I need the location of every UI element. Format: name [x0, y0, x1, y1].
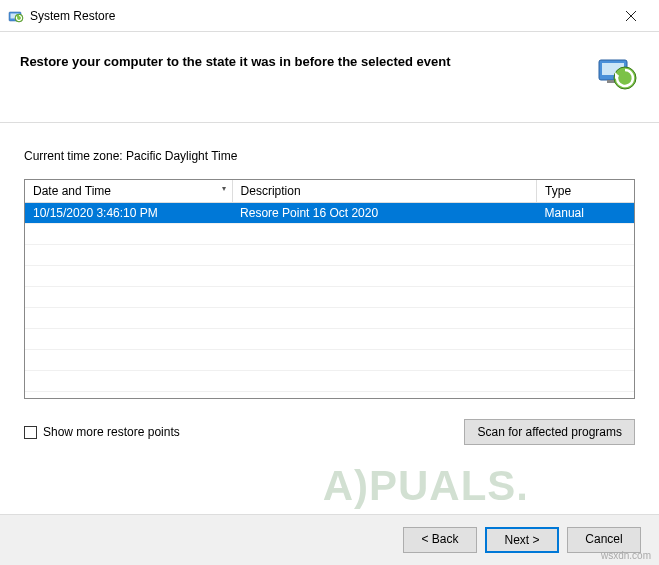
column-header-type[interactable]: Type — [537, 180, 634, 203]
cell-description: Resore Point 16 Oct 2020 — [232, 203, 537, 224]
header: Restore your computer to the state it wa… — [0, 32, 659, 122]
close-button[interactable] — [611, 2, 651, 30]
timezone-label: Current time zone: Pacific Daylight Time — [24, 149, 635, 163]
table-row-empty — [25, 266, 634, 287]
table-row-empty — [25, 224, 634, 245]
column-header-description[interactable]: Description — [232, 180, 537, 203]
sort-desc-icon: ▾ — [222, 184, 226, 193]
table-row-empty — [25, 245, 634, 266]
table-row[interactable]: 10/15/2020 3:46:10 PM Resore Point 16 Oc… — [25, 203, 634, 224]
column-label: Type — [545, 184, 571, 198]
column-label: Date and Time — [33, 184, 111, 198]
column-header-datetime[interactable]: Date and Time ▾ — [25, 180, 232, 203]
column-label: Description — [241, 184, 301, 198]
below-table-row: Show more restore points Scan for affect… — [24, 419, 635, 445]
next-button[interactable]: Next > — [485, 527, 559, 553]
show-more-checkbox[interactable]: Show more restore points — [24, 425, 180, 439]
checkbox-label: Show more restore points — [43, 425, 180, 439]
source-label: wsxdn.com — [601, 550, 651, 561]
page-heading: Restore your computer to the state it wa… — [20, 50, 451, 69]
restore-hero-icon — [595, 50, 639, 94]
titlebar: System Restore — [0, 0, 659, 32]
table-row-empty — [25, 287, 634, 308]
cell-datetime: 10/15/2020 3:46:10 PM — [25, 203, 232, 224]
table-row-empty — [25, 329, 634, 350]
checkbox-icon — [24, 426, 37, 439]
scan-affected-button[interactable]: Scan for affected programs — [464, 419, 635, 445]
system-restore-icon — [8, 8, 24, 24]
table-row-empty — [25, 371, 634, 392]
close-icon — [625, 10, 637, 22]
table-row-empty — [25, 350, 634, 371]
footer: < Back Next > Cancel — [0, 514, 659, 565]
restore-points-table[interactable]: Date and Time ▾ Description Type 10/15/2… — [24, 179, 635, 399]
table-row-empty — [25, 308, 634, 329]
cell-type: Manual — [537, 203, 634, 224]
window-title: System Restore — [30, 9, 611, 23]
back-button[interactable]: < Back — [403, 527, 477, 553]
content-area: Current time zone: Pacific Daylight Time… — [0, 122, 659, 465]
watermark: A)PUALS. — [323, 462, 529, 510]
